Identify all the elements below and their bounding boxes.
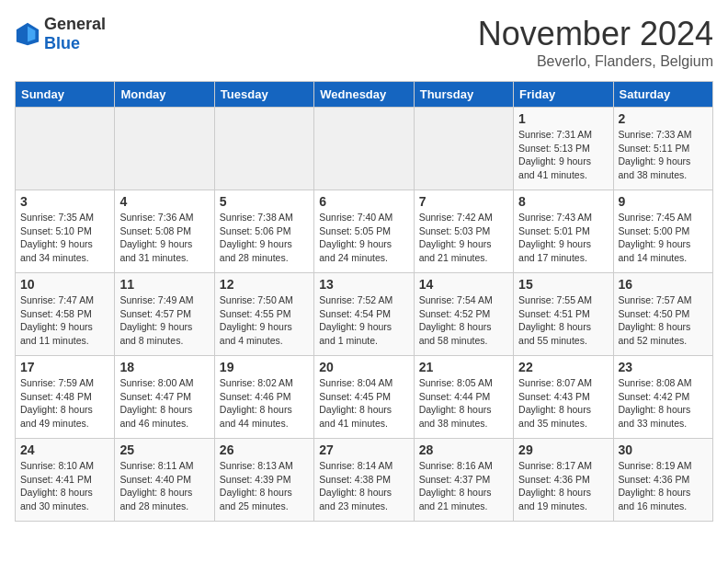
day-detail: Sunrise: 8:04 AMSunset: 4:45 PMDaylight:… [319,376,408,431]
day-number: 28 [419,442,508,457]
day-number: 19 [220,360,309,374]
day-detail: Sunrise: 8:05 AMSunset: 4:44 PMDaylight:… [419,376,508,431]
calendar-table: SundayMondayTuesdayWednesdayThursdayFrid… [15,81,713,522]
day-detail: Sunrise: 7:38 AMSunset: 5:06 PMDaylight:… [220,211,309,265]
empty-cell [414,108,513,190]
day-detail: Sunrise: 8:13 AMSunset: 4:39 PMDaylight:… [220,459,309,513]
day-cell-1: 1Sunrise: 7:31 AMSunset: 5:13 PMDaylight… [514,108,613,190]
day-number: 20 [319,360,408,374]
day-number: 6 [319,194,408,209]
day-cell-27: 27Sunrise: 8:14 AMSunset: 4:38 PMDayligh… [314,439,414,522]
day-cell-29: 29Sunrise: 8:17 AMSunset: 4:36 PMDayligh… [514,439,613,522]
day-detail: Sunrise: 8:14 AMSunset: 4:38 PMDaylight:… [319,459,408,513]
logo-icon [15,21,40,47]
day-number: 14 [419,277,508,292]
day-detail: Sunrise: 7:57 AMSunset: 4:50 PMDaylight:… [619,293,708,348]
day-cell-13: 13Sunrise: 7:52 AMSunset: 4:54 PMDayligh… [314,273,414,356]
day-number: 29 [518,442,608,457]
day-cell-11: 11Sunrise: 7:49 AMSunset: 4:57 PMDayligh… [115,273,214,356]
day-detail: Sunrise: 8:02 AMSunset: 4:46 PMDaylight:… [220,376,309,431]
day-detail: Sunrise: 7:36 AMSunset: 5:08 PMDaylight:… [119,211,209,265]
day-number: 15 [518,277,608,292]
header-wednesday: Wednesday [314,82,414,108]
day-number: 23 [619,360,708,374]
day-detail: Sunrise: 7:47 AMSunset: 4:58 PMDaylight:… [20,293,109,348]
title-area: November 2024 Beverlo, Flanders, Belgium [478,15,713,70]
day-cell-20: 20Sunrise: 8:04 AMSunset: 4:45 PMDayligh… [314,356,414,439]
day-cell-5: 5Sunrise: 7:38 AMSunset: 5:06 PMDaylight… [214,190,313,273]
day-cell-10: 10Sunrise: 7:47 AMSunset: 4:58 PMDayligh… [16,273,115,356]
day-detail: Sunrise: 7:50 AMSunset: 4:55 PMDaylight:… [220,293,309,348]
empty-cell [314,108,414,190]
day-cell-2: 2Sunrise: 7:33 AMSunset: 5:11 PMDaylight… [613,108,712,190]
day-detail: Sunrise: 7:33 AMSunset: 5:11 PMDaylight:… [619,128,708,182]
day-detail: Sunrise: 7:31 AMSunset: 5:13 PMDaylight:… [518,128,608,182]
day-cell-25: 25Sunrise: 8:11 AMSunset: 4:40 PMDayligh… [115,439,214,522]
day-cell-9: 9Sunrise: 7:45 AMSunset: 5:00 PMDaylight… [613,190,712,273]
day-number: 24 [20,442,109,457]
day-cell-24: 24Sunrise: 8:10 AMSunset: 4:41 PMDayligh… [16,439,115,522]
day-detail: Sunrise: 7:45 AMSunset: 5:00 PMDaylight:… [619,211,708,265]
day-detail: Sunrise: 8:07 AMSunset: 4:43 PMDaylight:… [518,376,608,431]
day-detail: Sunrise: 8:08 AMSunset: 4:42 PMDaylight:… [619,376,708,431]
header-tuesday: Tuesday [214,82,313,108]
day-detail: Sunrise: 8:19 AMSunset: 4:36 PMDaylight:… [619,459,708,513]
day-cell-12: 12Sunrise: 7:50 AMSunset: 4:55 PMDayligh… [214,273,313,356]
location-title: Beverlo, Flanders, Belgium [478,53,713,70]
day-detail: Sunrise: 8:10 AMSunset: 4:41 PMDaylight:… [20,459,109,513]
day-number: 2 [619,111,708,126]
empty-cell [16,108,115,190]
day-cell-15: 15Sunrise: 7:55 AMSunset: 4:51 PMDayligh… [514,273,613,356]
header-monday: Monday [115,82,214,108]
day-detail: Sunrise: 7:35 AMSunset: 5:10 PMDaylight:… [20,211,109,265]
header-thursday: Thursday [414,82,513,108]
day-number: 1 [518,111,608,126]
day-number: 18 [119,360,209,374]
day-number: 30 [619,442,708,457]
day-cell-3: 3Sunrise: 7:35 AMSunset: 5:10 PMDaylight… [16,190,115,273]
day-detail: Sunrise: 7:42 AMSunset: 5:03 PMDaylight:… [419,211,508,265]
week-row-1: 1Sunrise: 7:31 AMSunset: 5:13 PMDaylight… [16,108,713,190]
day-detail: Sunrise: 8:16 AMSunset: 4:37 PMDaylight:… [419,459,508,513]
day-detail: Sunrise: 7:52 AMSunset: 4:54 PMDaylight:… [319,293,408,348]
day-cell-14: 14Sunrise: 7:54 AMSunset: 4:52 PMDayligh… [414,273,513,356]
day-number: 3 [20,194,109,209]
day-cell-22: 22Sunrise: 8:07 AMSunset: 4:43 PMDayligh… [514,356,613,439]
day-number: 10 [20,277,109,292]
day-number: 12 [220,277,309,292]
day-cell-28: 28Sunrise: 8:16 AMSunset: 4:37 PMDayligh… [414,439,513,522]
week-row-4: 17Sunrise: 7:59 AMSunset: 4:48 PMDayligh… [16,356,713,439]
day-detail: Sunrise: 7:59 AMSunset: 4:48 PMDaylight:… [20,376,109,431]
day-cell-17: 17Sunrise: 7:59 AMSunset: 4:48 PMDayligh… [16,356,115,439]
day-cell-18: 18Sunrise: 8:00 AMSunset: 4:47 PMDayligh… [115,356,214,439]
day-cell-4: 4Sunrise: 7:36 AMSunset: 5:08 PMDaylight… [115,190,214,273]
day-number: 25 [119,442,209,457]
day-number: 21 [419,360,508,374]
day-detail: Sunrise: 7:40 AMSunset: 5:05 PMDaylight:… [319,211,408,265]
day-number: 9 [619,194,708,209]
day-number: 11 [119,277,209,292]
day-cell-7: 7Sunrise: 7:42 AMSunset: 5:03 PMDaylight… [414,190,513,273]
week-row-2: 3Sunrise: 7:35 AMSunset: 5:10 PMDaylight… [16,190,713,273]
month-title: November 2024 [478,15,713,53]
day-detail: Sunrise: 8:00 AMSunset: 4:47 PMDaylight:… [119,376,209,431]
week-row-3: 10Sunrise: 7:47 AMSunset: 4:58 PMDayligh… [16,273,713,356]
day-cell-19: 19Sunrise: 8:02 AMSunset: 4:46 PMDayligh… [214,356,313,439]
day-number: 13 [319,277,408,292]
day-detail: Sunrise: 7:43 AMSunset: 5:01 PMDaylight:… [518,211,608,265]
day-detail: Sunrise: 7:55 AMSunset: 4:51 PMDaylight:… [518,293,608,348]
logo-text-blue: Blue [44,34,80,52]
day-cell-6: 6Sunrise: 7:40 AMSunset: 5:05 PMDaylight… [314,190,414,273]
day-number: 5 [220,194,309,209]
header-friday: Friday [514,82,613,108]
day-number: 4 [119,194,209,209]
calendar-header-row: SundayMondayTuesdayWednesdayThursdayFrid… [16,82,713,108]
day-number: 26 [220,442,309,457]
day-number: 22 [518,360,608,374]
empty-cell [214,108,313,190]
day-number: 7 [419,194,508,209]
day-cell-8: 8Sunrise: 7:43 AMSunset: 5:01 PMDaylight… [514,190,613,273]
day-cell-26: 26Sunrise: 8:13 AMSunset: 4:39 PMDayligh… [214,439,313,522]
day-cell-23: 23Sunrise: 8:08 AMSunset: 4:42 PMDayligh… [613,356,712,439]
header-sunday: Sunday [16,82,115,108]
